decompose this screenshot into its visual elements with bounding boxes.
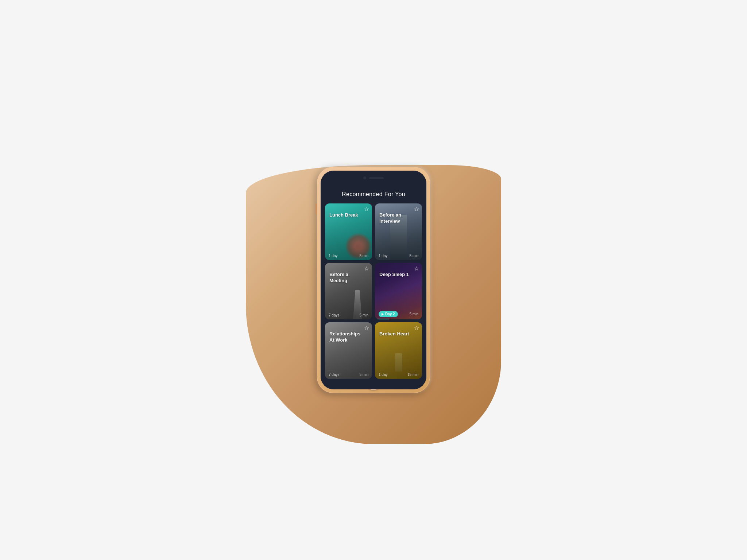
- favorite-icon-relationships[interactable]: ☆: [364, 325, 369, 331]
- card-duration-interview: 5 min: [410, 254, 418, 258]
- card-before-interview[interactable]: ☆ Before an Interview 1 day 5 min: [375, 203, 422, 260]
- favorite-icon-interview[interactable]: ☆: [414, 206, 419, 212]
- card-footer-sleep: Day 2 5 min: [375, 309, 422, 319]
- card-lunch-break[interactable]: ☆ Lunch Break 1 day 5 min: [325, 203, 372, 260]
- play-icon: [382, 313, 384, 316]
- card-duration-sleep: 5 min: [410, 312, 418, 316]
- status-bar: [321, 171, 426, 185]
- card-footer-meeting: 7 days 5 min: [325, 311, 372, 319]
- favorite-icon-broken[interactable]: ☆: [414, 325, 419, 331]
- day2-label: Day 2: [385, 312, 395, 316]
- screen-content[interactable]: Recommended For You ☆ Lunch Break 1 day …: [321, 185, 426, 389]
- card-footer-relationships: 7 days 5 min: [325, 370, 372, 379]
- card-title-relationships: Relationships At Work: [329, 331, 362, 343]
- card-deep-sleep[interactable]: ☆ Deep Sleep 1 Day 2 5 min: [375, 263, 422, 319]
- scene: Recommended For You ☆ Lunch Break 1 day …: [246, 116, 501, 444]
- favorite-icon-meeting[interactable]: ☆: [364, 266, 369, 272]
- card-duration-meeting: 5 min: [360, 313, 368, 317]
- phone-device: Recommended For You ☆ Lunch Break 1 day …: [317, 167, 430, 393]
- card-title-broken: Broken Heart: [379, 331, 412, 337]
- day2-badge[interactable]: Day 2: [379, 311, 398, 317]
- card-duration-lunch: 5 min: [360, 254, 368, 258]
- page-title: Recommended For You: [325, 191, 422, 198]
- camera-dot: [363, 176, 366, 179]
- phone-screen: Recommended For You ☆ Lunch Break 1 day …: [321, 171, 426, 389]
- card-footer-broken: 1 day 15 min: [375, 370, 422, 379]
- card-title-sleep: Deep Sleep 1: [379, 272, 412, 278]
- card-duration-broken: 15 min: [407, 373, 418, 377]
- favorite-icon-sleep[interactable]: ☆: [414, 266, 419, 272]
- card-before-meeting[interactable]: ☆ Before a Meeting 7 days 5 min: [325, 263, 372, 319]
- camera-notch: [363, 176, 384, 179]
- speaker: [369, 177, 384, 179]
- card-title-meeting: Before a Meeting: [329, 272, 362, 284]
- card-relationships-at-work[interactable]: ☆ Relationships At Work 7 days 5 min: [325, 322, 372, 379]
- card-days-meeting: 7 days: [329, 313, 339, 317]
- card-days-interview: 1 day: [379, 254, 387, 258]
- card-title-interview: Before an Interview: [379, 212, 412, 225]
- cards-grid: ☆ Lunch Break 1 day 5 min ☆ Before an In…: [325, 203, 422, 379]
- card-broken-heart[interactable]: ☆ Broken Heart 1 day 15 min: [375, 322, 422, 379]
- card-duration-relationships: 5 min: [360, 373, 368, 377]
- card-footer-interview: 1 day 5 min: [375, 252, 422, 260]
- favorite-icon-lunch[interactable]: ☆: [364, 206, 369, 212]
- card-days-lunch: 1 day: [329, 254, 337, 258]
- card-days-relationships: 7 days: [329, 373, 339, 377]
- card-footer-lunch: 1 day 5 min: [325, 252, 372, 260]
- card-title-lunch: Lunch Break: [329, 212, 362, 218]
- progress-bar-sleep: [375, 319, 389, 319]
- card-days-broken: 1 day: [379, 373, 387, 377]
